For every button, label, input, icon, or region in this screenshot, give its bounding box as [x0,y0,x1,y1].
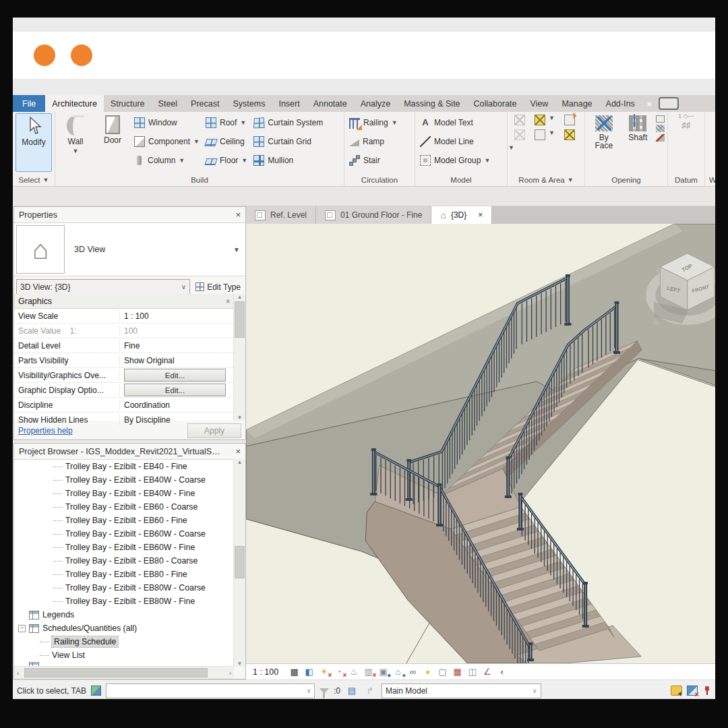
stair-button[interactable]: Stair [347,151,400,170]
filter-icon[interactable] [320,688,329,694]
scroll-thumb[interactable] [235,546,245,578]
detail-level-icon[interactable]: ▩ [289,666,300,677]
ramp-button[interactable]: Ramp [347,132,400,151]
room-icon[interactable] [514,115,525,125]
tree-item[interactable]: Trolley Bay - Ezibilt - EB40W - Coarse [14,473,234,487]
tab-insert[interactable]: Insert [272,95,306,112]
level-icon[interactable]: 1 ◇— [678,113,694,119]
tab-file[interactable]: File [13,95,45,112]
tab-collaborate[interactable]: Collaborate [467,95,524,112]
browser-vscrollbar[interactable]: ▲ ▼ [233,459,245,667]
tree-item-railing-schedule[interactable]: Railing Schedule [14,635,234,648]
tree-item[interactable]: Trolley Bay - Ezibilt - EB60W - Fine [14,541,234,554]
scroll-down-icon[interactable]: ▼ [237,415,243,421]
vertical-opening-icon[interactable] [656,125,665,132]
shadows-icon[interactable]: ◔× [333,666,344,677]
scroll-down-icon[interactable]: ▼ [237,661,243,667]
view-tab-ref-level[interactable]: Ref. Level [246,206,316,224]
modify-button[interactable]: Modify [16,113,52,172]
edit-button[interactable]: Edit... [124,369,226,382]
lock-3d-view-icon[interactable]: ⌂● [392,666,404,677]
window-button[interactable]: Window [132,113,202,132]
tree-item[interactable]: Trolley Bay - Ezibilt - EB60 - Fine [14,514,234,527]
wall-button[interactable]: Wall▼ [58,113,93,172]
tab-steel[interactable]: Steel [152,95,185,112]
apply-button[interactable]: Apply [187,423,241,438]
edit-button[interactable]: Edit... [124,384,226,396]
chevron-down-icon[interactable]: ▼ [549,115,555,125]
tree-item[interactable]: Trolley Bay - Ezibilt - EB80W - Fine [14,595,234,608]
tab-view[interactable]: View [524,95,555,112]
ceiling-button[interactable]: Ceiling [204,132,249,151]
column-button[interactable]: Column▼ [132,151,202,170]
panel-label-room-area[interactable]: Room & Area▼ [508,173,584,186]
tab-manage[interactable]: Manage [555,95,599,112]
properties-scrollbar[interactable]: ▲ ▼ [233,294,245,421]
temporary-hide-isolate-icon[interactable]: ∞ [407,666,419,677]
curtain-grid-button[interactable]: Curtain Grid [251,132,325,151]
tree-item[interactable]: Trolley Bay - Ezibilt - EB60W - Coarse [14,527,234,541]
scroll-right-icon[interactable]: › [226,669,234,677]
model-group-button[interactable]: Model Group▼ [418,151,492,170]
tab-analyze[interactable]: Analyze [354,95,397,112]
temporary-view-properties-icon[interactable]: ▢ [437,666,448,677]
property-value[interactable]: Coordination [120,400,233,410]
crop-region-icon[interactable]: ▣● [377,666,389,677]
view-tab-3d[interactable]: ⌂{3D}× [431,206,492,224]
collapse-bar-icon[interactable]: ‹ [496,666,508,677]
scroll-thumb[interactable] [235,301,245,338]
model-line-button[interactable]: Model Line [418,132,492,151]
analytical-model-icon[interactable]: ▦ [452,666,463,677]
tab-overflow-icon[interactable]: » [644,95,653,112]
tree-item[interactable]: Trolley Bay - Ezibilt - EB60 - Coarse [14,500,234,514]
wall-opening-icon[interactable] [656,115,665,123]
tree-item-schedules[interactable]: −Schedules/Quantities (all) [14,621,234,635]
scroll-thumb[interactable] [24,668,208,677]
collapse-section-icon[interactable]: « [224,299,233,303]
mullion-button[interactable]: Mullion [251,151,325,170]
reveal-hidden-elements-icon[interactable]: ● [422,666,433,677]
tab-massing-site[interactable]: Massing & Site [397,95,466,112]
tab-add-ins[interactable]: Add-Ins [599,95,642,112]
sun-path-icon[interactable]: ☀× [318,666,330,677]
select-pinned-icon[interactable] [702,686,711,695]
tree-item[interactable]: Trolley Bay - Ezibilt - EB40 - Fine [14,460,234,473]
scroll-up-icon[interactable]: ▲ [237,459,243,465]
tree-item-view-list[interactable]: View List [14,648,234,662]
type-selector[interactable]: ⌂ 3D View ▼ [14,222,245,276]
select-links-icon[interactable] [671,686,682,696]
room-separator-icon[interactable] [535,129,545,140]
collapse-node-icon[interactable]: − [18,625,26,632]
roof-button[interactable]: Roof▼ [204,113,249,132]
property-value[interactable]: Fine [120,341,233,351]
by-face-button[interactable]: ByFace [588,113,620,172]
tree-item[interactable]: Trolley Bay - Ezibilt - EB80 - Fine [14,568,234,581]
tab-architecture[interactable]: Architecture [45,95,104,112]
railing-button[interactable]: Railing▼ [347,113,400,132]
window-dot-1[interactable] [34,44,55,66]
dormer-opening-icon[interactable] [656,134,665,142]
close-icon[interactable]: × [235,210,241,220]
drawing-area-3d-view[interactable]: N W TOP LEFT FRONT [246,224,715,663]
displacement-sets-icon[interactable]: ◫ [466,666,478,677]
tree-item[interactable]: Trolley Bay - Ezibilt - EB40W - Fine [14,487,234,500]
area-boundary-icon[interactable] [564,129,575,140]
scroll-up-icon[interactable]: ▲ [237,294,243,300]
component-button[interactable]: Component▼ [132,132,202,151]
model-text-button[interactable]: AModel Text [418,113,492,132]
area-tag-icon[interactable] [514,129,525,140]
worksharing-cube-icon[interactable] [91,686,101,696]
tab-precast[interactable]: Precast [184,95,226,112]
chevron-down-icon[interactable]: ▼ [549,129,555,140]
reveal-constraints-icon[interactable]: ∠ [481,666,493,677]
property-value[interactable]: 1 : 100 [120,311,233,321]
tree-item[interactable]: Trolley Bay - Ezibilt - EB80W - Coarse [14,581,234,595]
properties-help-link[interactable]: Properties help [18,426,73,435]
exclude-options-icon[interactable]: ↱ [363,685,377,697]
tab-annotate[interactable]: Annotate [307,95,354,112]
tab-structure[interactable]: Structure [104,95,152,112]
tree-item[interactable]: Trolley Bay - Ezibilt - EB80 - Coarse [14,554,234,568]
visual-style-icon[interactable]: ◧ [303,666,315,677]
scale-button[interactable]: 1 : 100 [253,667,278,677]
crop-view-icon[interactable]: ▥× [363,666,374,677]
